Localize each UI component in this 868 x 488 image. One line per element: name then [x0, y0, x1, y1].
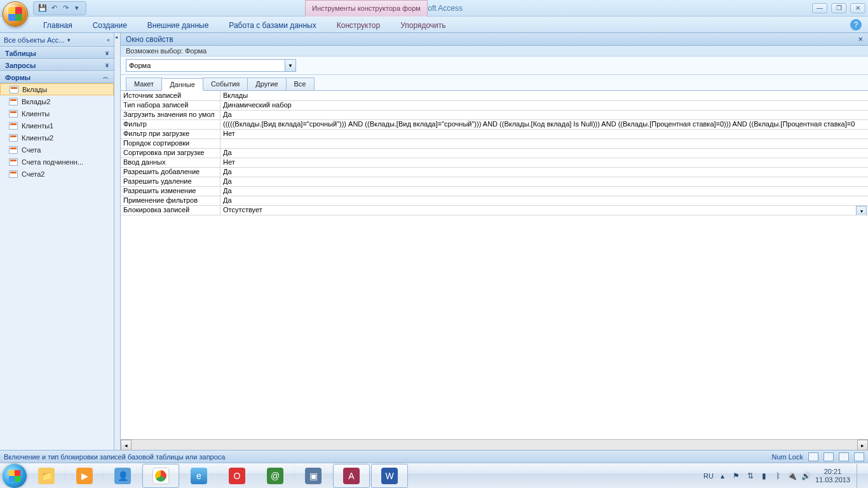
form-icon [9, 146, 18, 154]
tray-network-icon[interactable]: ⇅ [745, 471, 756, 481]
taskbar-chrome[interactable] [142, 464, 179, 488]
property-row[interactable]: Тип набора записейДинамический набор [121, 101, 868, 111]
navpane-menu-icon[interactable]: ▾ [67, 37, 71, 43]
taskbar-vbox[interactable]: ▣ [295, 464, 332, 488]
taskbar-explorer[interactable]: 📁 [28, 464, 65, 488]
tray-clock[interactable]: 20:21 11.03.2013 [815, 468, 850, 483]
taskbar-media[interactable]: ▶ [66, 464, 103, 488]
navpane-header[interactable]: Все объекты Acc... ▾ « [0, 33, 114, 47]
form-icon [10, 86, 18, 93]
scroll-left-icon[interactable]: ◂ [121, 440, 132, 451]
property-row[interactable]: Разрешить удалениеДа [121, 177, 868, 187]
language-indicator[interactable]: RU [703, 472, 714, 480]
property-row[interactable]: Загрузить значения по умолДа [121, 111, 868, 120]
property-row[interactable]: Сортировка при загрузкеДа [121, 149, 868, 158]
start-button[interactable] [3, 464, 27, 488]
workspace: Все объекты Acc... ▾ « Таблицы¥ Запросы¥… [0, 33, 868, 450]
navgroup-forms[interactable]: Формы︿ [0, 71, 114, 83]
minimize-button[interactable]: — [812, 3, 827, 13]
office-button[interactable] [3, 1, 31, 29]
undo-icon[interactable]: ↶ [49, 3, 59, 13]
tray-action-center-icon[interactable]: ⚑ [731, 471, 742, 481]
dropdown-icon[interactable]: ▼ [285, 60, 295, 71]
tray-bluetooth-icon[interactable]: ᛒ [773, 471, 783, 481]
navpane-collapse-icon[interactable]: « [107, 37, 110, 43]
taskbar-mail[interactable]: @ [257, 464, 294, 488]
form-icon [9, 158, 18, 166]
restore-button[interactable]: ❐ [831, 3, 846, 13]
numlock-indicator: Num Lock [771, 453, 803, 461]
chevron-down-icon: ¥ [105, 50, 109, 57]
navitem-form[interactable]: Счета [0, 144, 114, 156]
scroll-right-icon[interactable]: ▸ [857, 440, 868, 451]
qat-dropdown-icon[interactable]: ▾ [72, 3, 82, 13]
help-icon[interactable]: ? [850, 19, 862, 30]
property-row[interactable]: Разрешить добавлениеДа [121, 168, 868, 177]
navitem-form[interactable]: Счета подчиненн... [0, 156, 114, 168]
property-sheet-title: Окно свойств [126, 35, 173, 44]
property-row[interactable]: Ввод данныхНет [121, 158, 868, 168]
tray-battery-icon[interactable]: ▮ [759, 471, 770, 481]
tab-home[interactable]: Главная [33, 18, 83, 32]
property-grid: Источник записейВклады Тип набора записе… [121, 91, 868, 439]
system-tray: RU ▴ ⚑ ⇅ ▮ ᛒ 🔌 🔊 20:21 11.03.2013 [703, 464, 865, 488]
navitem-form[interactable]: Вклады [0, 83, 114, 95]
navitem-form[interactable]: Клиенты2 [0, 132, 114, 144]
title-bar: 💾 ↶ ↷ ▾ Microsoft Access Инструменты кон… [0, 0, 868, 17]
taskbar-ie[interactable]: e [180, 464, 217, 488]
navitem-form[interactable]: Клиенты [0, 107, 114, 119]
ptab-layout[interactable]: Макет [126, 78, 162, 90]
navitem-form[interactable]: Клиенты1 [0, 119, 114, 132]
close-button[interactable]: ✕ [850, 3, 865, 13]
taskbar-opera[interactable]: O [219, 464, 255, 488]
navitem-form[interactable]: Счета2 [0, 168, 114, 180]
property-sheet-title-bar[interactable]: Окно свойств × [121, 33, 868, 46]
tab-external-data[interactable]: Внешние данные [137, 18, 219, 32]
form-icon [9, 110, 18, 118]
windows-taskbar: 📁 ▶ 👤 e O @ ▣ A W RU ▴ ⚑ ⇅ ▮ ᛒ 🔌 🔊 20:21… [0, 463, 868, 488]
form-icon [9, 134, 18, 142]
taskbar-app[interactable]: 👤 [104, 464, 141, 488]
view-form-icon[interactable] [808, 452, 818, 461]
show-desktop-button[interactable] [857, 464, 862, 488]
tab-designer[interactable]: Конструктор [327, 18, 390, 32]
window-buttons: — ❐ ✕ [812, 3, 865, 13]
office-orb-icon [3, 1, 28, 27]
view-design-icon[interactable] [854, 452, 864, 461]
chevron-up-icon: ︿ [103, 73, 109, 81]
tray-expand-icon[interactable]: ▴ [717, 471, 728, 481]
navitem-form[interactable]: Вклады2 [0, 95, 114, 107]
tray-volume-icon[interactable]: 🔊 [801, 471, 811, 481]
view-datasheet-icon[interactable] [824, 452, 834, 461]
navgroup-queries[interactable]: Запросы¥ [0, 59, 114, 71]
tab-arrange[interactable]: Упорядочить [390, 18, 456, 32]
taskbar-word[interactable]: W [371, 464, 408, 488]
ptab-events[interactable]: События [203, 78, 248, 90]
status-message: Включение и тип блокировки записей базов… [4, 453, 225, 461]
ptab-data[interactable]: Данные [161, 78, 203, 91]
horizontal-scrollbar[interactable]: ◂ ▸ [121, 439, 868, 450]
ribbon-tabs: Главная Создание Внешние данные Работа с… [0, 17, 868, 33]
save-icon[interactable]: 💾 [37, 3, 48, 13]
form-icon [9, 98, 18, 105]
ptab-other[interactable]: Другие [247, 78, 286, 90]
navpane-resize-handle[interactable] [114, 33, 121, 450]
property-row[interactable]: Разрешить изменениеДа [121, 187, 868, 196]
property-row[interactable]: Фильтр(((((Вклады.[Вид вклада]="срочный"… [121, 120, 868, 130]
tab-database-tools[interactable]: Работа с базами данных [219, 18, 326, 32]
redo-icon[interactable]: ↷ [60, 3, 71, 13]
property-row[interactable]: Порядок сортировки [121, 139, 868, 149]
taskbar-access[interactable]: A [333, 464, 370, 488]
property-row[interactable]: Фильтр при загрузкеНет [121, 130, 868, 139]
close-icon[interactable]: × [858, 34, 863, 44]
tab-create[interactable]: Создание [83, 18, 137, 32]
property-row[interactable]: Источник записейВклады [121, 92, 868, 101]
property-selector-combo[interactable]: Форма ▼ [126, 59, 296, 72]
property-row[interactable]: Применение фильтровДа [121, 196, 868, 206]
tray-power-icon[interactable]: 🔌 [787, 471, 797, 481]
view-layout-icon[interactable] [839, 452, 849, 461]
property-row[interactable]: Блокировка записейОтсутствует [121, 206, 868, 215]
navgroup-tables[interactable]: Таблицы¥ [0, 47, 114, 59]
property-selector-row: Форма ▼ [121, 57, 868, 75]
ptab-all[interactable]: Все [286, 78, 315, 90]
